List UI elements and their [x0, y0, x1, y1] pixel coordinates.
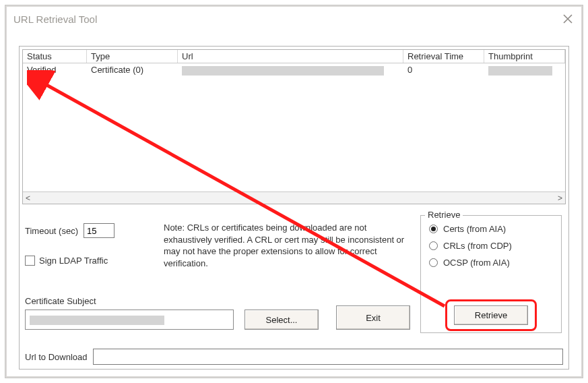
- listview-header: Status Type Url Retrieval Time Thumbprin…: [23, 50, 565, 63]
- sign-ldap-label: Sign LDAP Traffic: [39, 256, 108, 266]
- cell-type: Certificate (0): [87, 63, 178, 77]
- titlebar: URL Retrieval Tool: [7, 7, 581, 31]
- retrieve-button-highlight: Retrieve: [445, 299, 537, 331]
- radio-label: OCSP (from AIA): [443, 258, 510, 268]
- radio-ocsp-aia[interactable]: OCSP (from AIA): [429, 258, 556, 268]
- retrieve-groupbox: Retrieve Certs (from AIA) CRLs (from CDP…: [420, 215, 562, 333]
- timeout-input[interactable]: [84, 223, 115, 238]
- radio-crls-cdp[interactable]: CRLs (from CDP): [429, 241, 556, 251]
- retrieve-button[interactable]: Retrieve: [454, 305, 528, 325]
- sign-ldap-checkbox[interactable]: [25, 256, 35, 266]
- timeout-label: Timeout (sec): [25, 226, 78, 236]
- col-type[interactable]: Type: [87, 50, 178, 63]
- scroll-right-icon[interactable]: >: [558, 194, 562, 203]
- close-icon[interactable]: [561, 12, 575, 26]
- radio-icon: [429, 241, 438, 250]
- cell-status: Verified: [23, 63, 87, 77]
- url-download-input[interactable]: [93, 349, 564, 365]
- col-url[interactable]: Url: [178, 50, 403, 63]
- radio-certs-aia[interactable]: Certs (from AIA): [429, 224, 556, 234]
- cert-subject-field: [25, 310, 234, 330]
- url-download-label: Url to Download: [25, 352, 88, 362]
- col-retrieval-time[interactable]: Retrieval Time: [403, 50, 484, 63]
- cell-url: [178, 63, 403, 77]
- listview-body[interactable]: Verified Certificate (0) 0: [23, 63, 565, 192]
- table-row[interactable]: Verified Certificate (0) 0: [23, 63, 565, 77]
- client-area: Status Type Url Retrieval Time Thumbprin…: [19, 46, 569, 370]
- cell-retrieval-time: 0: [403, 63, 484, 77]
- radio-icon: [429, 225, 438, 233]
- url-retrieval-window: URL Retrieval Tool Status Type Url Retri…: [5, 5, 583, 378]
- url-listview[interactable]: Status Type Url Retrieval Time Thumbprin…: [22, 49, 566, 204]
- exit-button[interactable]: Exit: [336, 305, 410, 330]
- cert-subject-label: Certificate Subject: [25, 296, 96, 306]
- col-thumbprint[interactable]: Thumbprint: [484, 50, 565, 63]
- radio-label: CRLs (from CDP): [443, 241, 512, 251]
- window-title: URL Retrieval Tool: [13, 13, 97, 25]
- radio-icon: [429, 258, 438, 267]
- horizontal-scrollbar[interactable]: < >: [23, 192, 565, 204]
- retrieve-legend: Retrieve: [425, 210, 463, 220]
- radio-label: Certs (from AIA): [443, 224, 506, 234]
- col-status[interactable]: Status: [23, 50, 87, 63]
- note-text: Note: CRLs or certificates being downloa…: [164, 222, 413, 269]
- select-button[interactable]: Select...: [244, 310, 319, 330]
- scroll-left-icon[interactable]: <: [26, 194, 30, 203]
- cell-thumbprint: [484, 63, 565, 77]
